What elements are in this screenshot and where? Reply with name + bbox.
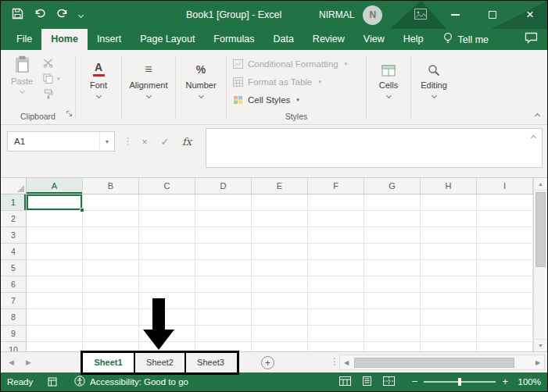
row-header-5[interactable]: 5 xyxy=(1,260,27,276)
cell-A9[interactable] xyxy=(27,326,83,342)
row-header-6[interactable]: 6 xyxy=(1,276,27,293)
cell-I7[interactable] xyxy=(477,293,533,309)
tab-file[interactable]: File xyxy=(7,29,41,50)
zoom-out-button[interactable]: − xyxy=(412,377,418,387)
macro-record-icon[interactable] xyxy=(48,377,57,387)
cell-D10[interactable] xyxy=(195,342,252,351)
tab-insert[interactable]: Insert xyxy=(88,29,131,50)
cell-D4[interactable] xyxy=(195,244,252,260)
column-header-B[interactable]: B xyxy=(83,178,139,194)
formula-bar-expand-icon[interactable] xyxy=(531,135,536,141)
horizontal-scroll-thumb[interactable] xyxy=(354,358,514,368)
cell-B8[interactable] xyxy=(83,309,139,326)
new-sheet-button[interactable]: + xyxy=(261,356,274,369)
cell-H3[interactable] xyxy=(421,227,477,244)
minimize-button[interactable] xyxy=(443,1,467,29)
cell-I6[interactable] xyxy=(477,276,533,293)
cells-group-button[interactable]: Cells xyxy=(367,50,410,124)
cell-G2[interactable] xyxy=(364,211,421,227)
formula-bar-handle[interactable]: ⋮ xyxy=(123,135,133,147)
cell-I9[interactable] xyxy=(477,326,533,342)
avatar[interactable]: N xyxy=(363,5,382,25)
cell-F1[interactable] xyxy=(308,194,364,211)
column-header-A[interactable]: A xyxy=(27,178,83,194)
cell-A7[interactable] xyxy=(27,293,83,309)
cell-E1[interactable] xyxy=(252,194,308,211)
cell-G6[interactable] xyxy=(364,276,421,293)
name-box[interactable]: A1 ▾ xyxy=(7,131,115,151)
cell-H9[interactable] xyxy=(421,326,477,342)
cell-F4[interactable] xyxy=(308,244,364,260)
cell-F7[interactable] xyxy=(308,293,364,309)
row-header-3[interactable]: 3 xyxy=(1,227,27,244)
scroll-left-icon[interactable]: ◀ xyxy=(340,359,353,366)
paste-button[interactable]: Paste xyxy=(5,55,38,93)
cell-F9[interactable] xyxy=(308,326,364,342)
cell-G10[interactable] xyxy=(364,342,421,351)
cell-G8[interactable] xyxy=(364,309,421,326)
cell-A4[interactable] xyxy=(27,244,83,260)
column-header-I[interactable]: I xyxy=(477,178,533,194)
cell-H10[interactable] xyxy=(421,342,477,351)
cell-D8[interactable] xyxy=(195,309,252,326)
maximize-button[interactable] xyxy=(481,1,504,29)
tab-review[interactable]: Review xyxy=(303,29,354,50)
copy-button[interactable]: ▾ xyxy=(43,73,60,84)
cell-G1[interactable] xyxy=(364,194,421,211)
cell-I1[interactable] xyxy=(477,194,533,211)
row-header-1[interactable]: 1 xyxy=(1,194,27,211)
row-header-9[interactable]: 9 xyxy=(1,326,27,342)
alignment-group-button[interactable]: ≡ Alignment xyxy=(122,50,175,124)
comments-button[interactable] xyxy=(525,29,538,50)
cell-D1[interactable] xyxy=(195,194,252,211)
tab-formulas[interactable]: Formulas xyxy=(204,29,263,50)
sheet-tab-sheet2[interactable]: Sheet2 xyxy=(134,352,184,372)
cell-I3[interactable] xyxy=(477,227,533,244)
collapse-ribbon-icon[interactable] xyxy=(535,113,540,119)
close-button[interactable]: × xyxy=(518,1,542,29)
font-group-button[interactable]: A Font xyxy=(76,50,121,124)
column-header-C[interactable]: C xyxy=(139,178,195,194)
cell-G4[interactable] xyxy=(364,244,421,260)
row-header-8[interactable]: 8 xyxy=(1,309,27,326)
cell-B10[interactable] xyxy=(83,342,139,351)
cell-I5[interactable] xyxy=(477,260,533,276)
enter-button[interactable]: ✓ xyxy=(156,131,174,151)
cell-I8[interactable] xyxy=(477,309,533,326)
next-sheet-icon[interactable]: ▶ xyxy=(26,358,31,366)
zoom-level[interactable]: 100% xyxy=(514,377,541,387)
cut-button[interactable] xyxy=(43,58,60,68)
vertical-scrollbar[interactable]: ▲ ▼ xyxy=(533,178,547,351)
format-as-table-button[interactable]: Format as Table ▾ xyxy=(227,73,366,91)
tab-home[interactable]: Home xyxy=(41,29,88,50)
cell-A1[interactable] xyxy=(27,194,83,211)
cell-H7[interactable] xyxy=(421,293,477,309)
cell-F2[interactable] xyxy=(308,211,364,227)
cell-D2[interactable] xyxy=(195,211,252,227)
cell-C9[interactable] xyxy=(139,326,195,342)
tab-help[interactable]: Help xyxy=(394,29,433,50)
horizontal-scrollbar[interactable]: ◀ ▶ xyxy=(339,355,545,370)
row-header-4[interactable]: 4 xyxy=(1,244,27,260)
scroll-down-icon[interactable]: ▼ xyxy=(534,339,547,351)
cell-H5[interactable] xyxy=(421,260,477,276)
cell-B4[interactable] xyxy=(83,244,139,260)
account-area[interactable]: NIRMAL N xyxy=(319,1,382,29)
cell-D5[interactable] xyxy=(195,260,252,276)
cell-A2[interactable] xyxy=(27,211,83,227)
cell-A8[interactable] xyxy=(27,309,83,326)
cell-E10[interactable] xyxy=(252,342,308,351)
cell-G5[interactable] xyxy=(364,260,421,276)
cell-E2[interactable] xyxy=(252,211,308,227)
save-icon[interactable] xyxy=(12,8,23,23)
cell-G7[interactable] xyxy=(364,293,421,309)
cell-E6[interactable] xyxy=(252,276,308,293)
cell-B1[interactable] xyxy=(83,194,139,211)
name-box-dropdown-icon[interactable]: ▾ xyxy=(99,132,114,151)
cell-E8[interactable] xyxy=(252,309,308,326)
zoom-slider[interactable] xyxy=(424,377,496,387)
cell-I4[interactable] xyxy=(477,244,533,260)
undo-icon[interactable] xyxy=(34,8,46,22)
sheet-tab-sheet1[interactable]: Sheet1 xyxy=(83,352,134,372)
cell-C1[interactable] xyxy=(139,194,195,211)
